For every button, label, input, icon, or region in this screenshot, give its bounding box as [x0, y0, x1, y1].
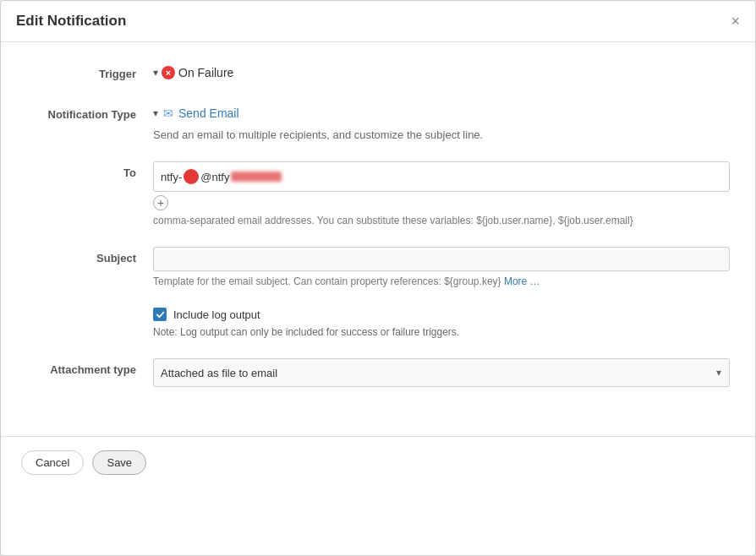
trigger-failure-icon: ×: [162, 66, 175, 79]
trigger-label: Trigger: [26, 63, 153, 80]
trigger-row: Trigger ▾ × On Failure: [26, 63, 730, 83]
to-label: To: [26, 161, 153, 179]
attachment-type-select[interactable]: Attached as file to email Inline in emai…: [153, 358, 730, 387]
subject-hint-text: Template for the email subject. Can cont…: [153, 275, 501, 287]
include-log-checkbox[interactable]: [153, 308, 167, 321]
add-email-button[interactable]: +: [153, 195, 168, 210]
email-suffix: @ntfy: [200, 171, 229, 183]
notification-type-content: ▾ ✉ Send Email Send an email to multiple…: [153, 103, 730, 141]
attachment-select-wrapper: Attached as file to email Inline in emai…: [153, 358, 730, 387]
trigger-dropdown-arrow: ▾: [153, 67, 158, 79]
send-email-text: Send Email: [178, 106, 239, 120]
attachment-type-content: Attached as file to email Inline in emai…: [153, 358, 730, 387]
attachment-type-row: Attachment type Attached as file to emai…: [26, 358, 730, 387]
cancel-button[interactable]: Cancel: [21, 450, 84, 475]
to-content: ntfy- @ntfy + comma-separated email addr…: [153, 161, 730, 226]
email-icon: ✉: [162, 106, 175, 120]
to-hint: comma-separated email addresses. You can…: [153, 215, 730, 226]
save-button[interactable]: Save: [92, 450, 146, 475]
modal-footer: Cancel Save: [1, 436, 755, 488]
include-log-content: Include log output Note: Log output can …: [153, 308, 730, 338]
edit-notification-modal: Edit Notification × Trigger ▾ × On Failu…: [0, 0, 756, 556]
subject-content: Template for the email subject. Can cont…: [153, 247, 730, 287]
notification-type-selector[interactable]: ▾ ✉ Send Email: [153, 103, 730, 123]
attachment-type-label: Attachment type: [26, 358, 153, 376]
to-field-wrapper[interactable]: ntfy- @ntfy: [153, 161, 730, 192]
subject-hint: Template for the email subject. Can cont…: [153, 275, 730, 287]
notification-type-row: Notification Type ▾ ✉ Send Email Send an…: [26, 103, 730, 141]
subject-label: Subject: [26, 247, 153, 264]
subject-more-link[interactable]: More …: [504, 275, 540, 287]
trigger-content: ▾ × On Failure: [153, 63, 730, 83]
modal-close-button[interactable]: ×: [731, 14, 740, 29]
email-avatar: [184, 169, 199, 184]
include-log-checkbox-row: Include log output: [153, 308, 730, 321]
modal-title: Edit Notification: [16, 13, 126, 30]
email-prefix: ntfy-: [161, 171, 182, 183]
trigger-selector[interactable]: ▾ × On Failure: [153, 63, 730, 83]
trigger-value: On Failure: [178, 66, 233, 79]
include-log-note: Note: Log output can only be included fo…: [153, 326, 730, 338]
modal-body: Trigger ▾ × On Failure Notification Type…: [1, 42, 755, 428]
notification-type-label: Notification Type: [26, 103, 153, 121]
modal-header: Edit Notification ×: [1, 1, 755, 42]
subject-row: Subject Template for the email subject. …: [26, 247, 730, 287]
to-row: To ntfy- @ntfy + comma-separated email a…: [26, 161, 730, 226]
notification-description: Send an email to multiple recipients, an…: [153, 128, 730, 141]
include-log-checkbox-label: Include log output: [173, 308, 260, 321]
email-blur: [231, 172, 282, 182]
email-tag: ntfy- @ntfy: [161, 169, 282, 184]
notification-dropdown-arrow: ▾: [153, 107, 158, 119]
include-log-label-spacer: [26, 308, 153, 313]
subject-input[interactable]: [153, 247, 730, 271]
include-log-row: Include log output Note: Log output can …: [26, 308, 730, 338]
